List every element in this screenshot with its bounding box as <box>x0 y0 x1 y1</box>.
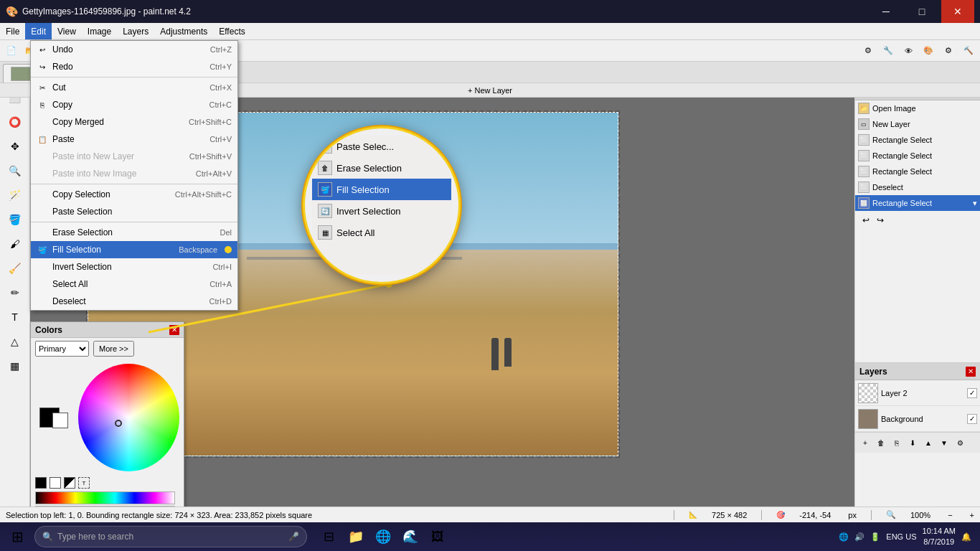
layer-duplicate-button[interactable]: ⎘ <box>890 435 904 450</box>
layer-thumb-bg <box>858 409 878 429</box>
layer-add-button[interactable]: + <box>858 435 872 450</box>
history-item[interactable]: ⬜ Rectangle Select <box>855 164 980 179</box>
layer-check-background[interactable]: ✓ <box>967 414 977 424</box>
color-wheel[interactable] <box>78 364 179 471</box>
colors-mode-select[interactable]: Primary Secondary <box>35 341 89 357</box>
menu-select-all[interactable]: Select All Ctrl+A <box>31 276 237 293</box>
menu-paste[interactable]: 📋 Paste Ctrl+V <box>31 131 237 148</box>
taskbar-search[interactable]: 🔍 Type here to search 🎤 <box>34 526 307 547</box>
reset-swatch[interactable] <box>64 477 75 489</box>
taskbar-notification[interactable]: 🔔 <box>961 532 971 542</box>
layer-item-background[interactable]: Background ✓ <box>855 406 980 432</box>
menu-adjustments[interactable]: Adjustments <box>154 23 213 39</box>
color-spectrum-bar[interactable] <box>35 491 175 504</box>
secondary-color-swatch[interactable] <box>52 413 68 428</box>
menu-copy[interactable]: ⎘ Copy Ctrl+C <box>31 96 237 113</box>
taskbar-clock[interactable]: 10:14 AM 8/7/2019 <box>923 526 956 548</box>
menu-copy-merged[interactable]: Copy Merged Ctrl+Shift+C <box>31 113 237 131</box>
history-item-active[interactable]: ⬜ Rectangle Select ▾ <box>855 195 980 211</box>
tool-gradient[interactable]: ▦ <box>4 354 27 377</box>
toolbar-new[interactable]: 📄 <box>3 42 20 60</box>
sep1 <box>31 77 237 77</box>
redo-button[interactable]: ↪ <box>874 214 887 227</box>
layer-down-button[interactable]: ▼ <box>937 435 951 450</box>
toolbar-eye[interactable]: 👁 <box>900 42 917 60</box>
menu-edit[interactable]: Edit <box>25 23 52 39</box>
transparent-swatch[interactable]: T <box>78 477 90 489</box>
history-item[interactable]: ⬜ Rectangle Select <box>855 132 980 148</box>
black-swatch[interactable] <box>35 477 47 489</box>
tool-pencil[interactable]: ✏ <box>4 281 27 304</box>
history-item[interactable]: ▭ New Layer <box>855 116 980 132</box>
mag-invert-label: Invert Selection <box>336 206 401 217</box>
mag-selectall-item[interactable]: ▦ Select All <box>312 222 451 243</box>
taskbar-photo[interactable]: 🖼 <box>425 524 451 550</box>
colors-close-button[interactable]: ✕ <box>169 325 179 335</box>
history-rect1-icon: ⬜ <box>858 134 870 146</box>
tool-lasso[interactable]: ⭕ <box>4 110 27 133</box>
mag-fill-item[interactable]: 🪣 Fill Selection <box>312 179 451 200</box>
menu-redo[interactable]: ↪ Redo Ctrl+Y <box>31 58 237 75</box>
mag-paste-item[interactable]: 📋 Paste Selec... <box>312 136 451 157</box>
taskbar-task-view[interactable]: ⊟ <box>316 524 341 550</box>
menu-view[interactable]: View <box>52 23 82 39</box>
menu-effects[interactable]: Effects <box>213 23 250 39</box>
history-item[interactable]: 📁 Open Image <box>855 100 980 116</box>
tool-zoom[interactable]: 🔍 <box>4 159 27 182</box>
layers-title: Layers <box>859 367 887 377</box>
history-list: 📁 Open Image ▭ New Layer ⬜ Rectangle Sel… <box>855 100 980 211</box>
menu-copy-selection[interactable]: Copy Selection Ctrl+Alt+Shift+C <box>31 186 237 203</box>
menu-paste-selection[interactable]: Paste Selection <box>31 203 237 220</box>
menu-deselect[interactable]: Deselect Ctrl+D <box>31 293 237 310</box>
layer-check-layer2[interactable]: ✓ <box>967 388 977 398</box>
layer-item-layer2[interactable]: Layer 2 ✓ <box>855 380 980 406</box>
toolbar-color[interactable]: 🎨 <box>920 42 937 60</box>
start-button[interactable]: ⊞ <box>3 524 32 550</box>
menu-image[interactable]: Image <box>82 23 117 39</box>
tool-shapes[interactable]: △ <box>4 330 27 353</box>
menu-cut[interactable]: ✂ Cut Ctrl+X <box>31 79 237 96</box>
toolbar-more-settings[interactable]: ⚙ <box>940 42 957 60</box>
tool-text[interactable]: T <box>4 306 27 329</box>
layer-up-button[interactable]: ▲ <box>921 435 936 450</box>
layers-close-button[interactable]: ✕ <box>966 367 976 377</box>
taskbar-file-explorer[interactable]: 📁 <box>343 524 369 550</box>
more-button[interactable]: More >> <box>93 341 134 357</box>
history-item[interactable]: ⬜ Rectangle Select <box>855 148 980 164</box>
tool-eraser[interactable]: 🧹 <box>4 257 27 280</box>
mag-erase-item[interactable]: 🗑 Erase Selection <box>312 157 451 179</box>
layer-properties-button[interactable]: ⚙ <box>953 435 967 450</box>
mag-invert-item[interactable]: 🔄 Invert Selection <box>312 200 451 222</box>
tool-magic-wand[interactable]: 🪄 <box>4 184 27 207</box>
menu-erase-selection[interactable]: Erase Selection Del <box>31 224 237 241</box>
cut-icon: ✂ <box>37 82 48 93</box>
menu-layers[interactable]: Layers <box>117 23 154 39</box>
extra-color-swatches: T <box>31 476 184 490</box>
zoom-out-btn[interactable]: − <box>948 511 952 519</box>
tool-brush[interactable]: 🖌 <box>4 232 27 255</box>
taskbar-edge[interactable]: 🌊 <box>397 524 423 550</box>
close-button[interactable]: ✕ <box>941 0 974 23</box>
history-item[interactable]: ⬜ Deselect <box>855 179 980 195</box>
menu-fill-selection[interactable]: 🪣 Fill Selection Backspace <box>31 241 237 258</box>
zoom-in-btn[interactable]: + <box>970 511 974 519</box>
selection-info: Selection top left: 1, 0. Bounding recta… <box>6 511 659 519</box>
minimize-button[interactable]: ─ <box>870 0 903 23</box>
toolbar-view-options[interactable]: 🔧 <box>880 42 897 60</box>
menu-file[interactable]: File <box>0 23 25 39</box>
tool-move[interactable]: ✥ <box>4 135 27 158</box>
invert-sel-icon <box>37 261 48 273</box>
erase-sel-icon <box>37 227 48 238</box>
layer-delete-button[interactable]: 🗑 <box>874 435 888 450</box>
maximize-button[interactable]: □ <box>905 0 938 23</box>
menu-undo[interactable]: ↩ Undo Ctrl+Z <box>31 41 237 58</box>
mic-icon: 🎤 <box>288 532 299 542</box>
undo-button[interactable]: ↩ <box>859 214 872 227</box>
toolbar-wrench[interactable]: 🔨 <box>960 42 977 60</box>
menu-invert-selection[interactable]: Invert Selection Ctrl+I <box>31 258 237 276</box>
toolbar-settings[interactable]: ⚙ <box>859 42 877 60</box>
taskbar-chrome[interactable]: 🌐 <box>370 524 396 550</box>
white-swatch[interactable] <box>50 477 61 489</box>
tool-paint-bucket[interactable]: 🪣 <box>4 208 27 231</box>
layer-merge-button[interactable]: ⬇ <box>905 435 920 450</box>
